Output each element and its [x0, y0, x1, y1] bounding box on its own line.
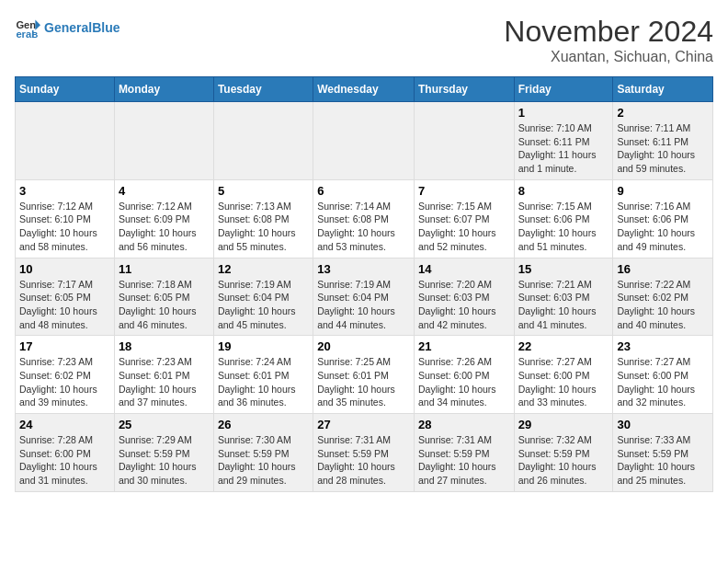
- day-info: Sunrise: 7:23 AM Sunset: 6:02 PM Dayligh…: [19, 355, 110, 409]
- weekday-header-saturday: Saturday: [613, 77, 713, 102]
- calendar-cell: 10Sunrise: 7:17 AM Sunset: 6:05 PM Dayli…: [16, 258, 115, 336]
- day-info: Sunrise: 7:30 AM Sunset: 5:59 PM Dayligh…: [218, 433, 309, 488]
- weekday-header-row: SundayMondayTuesdayWednesdayThursdayFrid…: [16, 77, 713, 102]
- calendar-cell: 29Sunrise: 7:32 AM Sunset: 5:59 PM Dayli…: [514, 414, 613, 492]
- calendar-cell: [313, 102, 415, 180]
- svg-text:B: B: [31, 29, 38, 40]
- day-number: 18: [119, 339, 210, 353]
- day-number: 23: [617, 339, 709, 353]
- calendar-cell: 2Sunrise: 7:11 AM Sunset: 6:11 PM Daylig…: [613, 102, 713, 180]
- day-info: Sunrise: 7:31 AM Sunset: 5:59 PM Dayligh…: [418, 433, 510, 488]
- calendar-cell: 14Sunrise: 7:20 AM Sunset: 6:03 PM Dayli…: [414, 258, 514, 336]
- calendar-cell: 21Sunrise: 7:26 AM Sunset: 6:00 PM Dayli…: [414, 336, 514, 414]
- logo-icon: Gen eral B: [15, 15, 40, 40]
- day-info: Sunrise: 7:23 AM Sunset: 6:01 PM Dayligh…: [119, 355, 210, 409]
- day-info: Sunrise: 7:19 AM Sunset: 6:04 PM Dayligh…: [218, 278, 309, 332]
- logo: Gen eral B GeneralBlue: [15, 15, 119, 40]
- calendar-cell: 12Sunrise: 7:19 AM Sunset: 6:04 PM Dayli…: [213, 258, 313, 336]
- calendar-cell: 23Sunrise: 7:27 AM Sunset: 6:00 PM Dayli…: [613, 336, 713, 414]
- calendar-cell: 27Sunrise: 7:31 AM Sunset: 5:59 PM Dayli…: [313, 414, 415, 492]
- day-number: 2: [617, 106, 709, 120]
- calendar-cell: [213, 102, 313, 180]
- day-number: 14: [418, 262, 510, 276]
- calendar-cell: 6Sunrise: 7:14 AM Sunset: 6:08 PM Daylig…: [313, 179, 415, 258]
- location: Xuantan, Sichuan, China: [504, 49, 713, 65]
- day-number: 4: [119, 184, 210, 198]
- day-info: Sunrise: 7:27 AM Sunset: 6:00 PM Dayligh…: [617, 355, 709, 409]
- day-number: 22: [518, 339, 609, 353]
- day-info: Sunrise: 7:28 AM Sunset: 6:00 PM Dayligh…: [19, 433, 110, 488]
- weekday-header-wednesday: Wednesday: [313, 77, 415, 102]
- week-row-5: 24Sunrise: 7:28 AM Sunset: 6:00 PM Dayli…: [16, 414, 713, 492]
- day-info: Sunrise: 7:18 AM Sunset: 6:05 PM Dayligh…: [119, 278, 210, 332]
- day-number: 7: [418, 184, 510, 198]
- day-info: Sunrise: 7:29 AM Sunset: 5:59 PM Dayligh…: [119, 433, 210, 488]
- day-info: Sunrise: 7:32 AM Sunset: 5:59 PM Dayligh…: [518, 433, 609, 488]
- day-number: 5: [218, 184, 309, 198]
- day-number: 10: [19, 262, 110, 276]
- calendar-cell: 22Sunrise: 7:27 AM Sunset: 6:00 PM Dayli…: [514, 336, 613, 414]
- day-number: 24: [19, 418, 110, 431]
- calendar-cell: 18Sunrise: 7:23 AM Sunset: 6:01 PM Dayli…: [114, 336, 213, 414]
- calendar-cell: 17Sunrise: 7:23 AM Sunset: 6:02 PM Dayli…: [16, 336, 115, 414]
- weekday-header-tuesday: Tuesday: [213, 77, 313, 102]
- calendar-cell: 16Sunrise: 7:22 AM Sunset: 6:02 PM Dayli…: [613, 258, 713, 336]
- day-number: 27: [317, 418, 410, 431]
- day-info: Sunrise: 7:31 AM Sunset: 5:59 PM Dayligh…: [317, 433, 410, 488]
- calendar-cell: 5Sunrise: 7:13 AM Sunset: 6:08 PM Daylig…: [213, 179, 313, 258]
- calendar-cell: 3Sunrise: 7:12 AM Sunset: 6:10 PM Daylig…: [16, 179, 115, 258]
- svg-marker-2: [35, 20, 40, 30]
- week-row-3: 10Sunrise: 7:17 AM Sunset: 6:05 PM Dayli…: [16, 258, 713, 336]
- day-info: Sunrise: 7:33 AM Sunset: 5:59 PM Dayligh…: [617, 433, 709, 488]
- day-number: 17: [19, 339, 110, 353]
- calendar-cell: 15Sunrise: 7:21 AM Sunset: 6:03 PM Dayli…: [514, 258, 613, 336]
- day-info: Sunrise: 7:27 AM Sunset: 6:00 PM Dayligh…: [518, 355, 609, 409]
- logo-text-line1: GeneralBlue: [44, 20, 119, 36]
- day-number: 9: [617, 184, 709, 198]
- day-number: 20: [317, 339, 410, 353]
- day-info: Sunrise: 7:20 AM Sunset: 6:03 PM Dayligh…: [418, 278, 510, 332]
- page-header: Gen eral B GeneralBlue November 2024 Xua…: [15, 15, 713, 65]
- day-info: Sunrise: 7:12 AM Sunset: 6:09 PM Dayligh…: [119, 200, 210, 254]
- calendar-cell: 26Sunrise: 7:30 AM Sunset: 5:59 PM Dayli…: [213, 414, 313, 492]
- week-row-2: 3Sunrise: 7:12 AM Sunset: 6:10 PM Daylig…: [16, 179, 713, 258]
- calendar-cell: 24Sunrise: 7:28 AM Sunset: 6:00 PM Dayli…: [16, 414, 115, 492]
- day-info: Sunrise: 7:19 AM Sunset: 6:04 PM Dayligh…: [317, 278, 410, 332]
- weekday-header-friday: Friday: [514, 77, 613, 102]
- title-section: November 2024 Xuantan, Sichuan, China: [504, 15, 713, 65]
- day-number: 15: [518, 262, 609, 276]
- weekday-header-thursday: Thursday: [414, 77, 514, 102]
- day-number: 21: [418, 339, 510, 353]
- calendar-cell: 4Sunrise: 7:12 AM Sunset: 6:09 PM Daylig…: [114, 179, 213, 258]
- day-number: 1: [518, 106, 609, 120]
- day-info: Sunrise: 7:15 AM Sunset: 6:07 PM Dayligh…: [418, 200, 510, 254]
- day-number: 16: [617, 262, 709, 276]
- day-info: Sunrise: 7:11 AM Sunset: 6:11 PM Dayligh…: [617, 121, 709, 176]
- month-title: November 2024: [504, 15, 713, 49]
- day-number: 19: [218, 339, 309, 353]
- calendar-table: SundayMondayTuesdayWednesdayThursdayFrid…: [15, 76, 713, 492]
- day-info: Sunrise: 7:12 AM Sunset: 6:10 PM Dayligh…: [19, 200, 110, 254]
- day-number: 3: [19, 184, 110, 198]
- day-info: Sunrise: 7:24 AM Sunset: 6:01 PM Dayligh…: [218, 355, 309, 409]
- calendar-cell: 13Sunrise: 7:19 AM Sunset: 6:04 PM Dayli…: [313, 258, 415, 336]
- day-number: 25: [119, 418, 210, 431]
- day-info: Sunrise: 7:16 AM Sunset: 6:06 PM Dayligh…: [617, 200, 709, 254]
- day-info: Sunrise: 7:13 AM Sunset: 6:08 PM Dayligh…: [218, 200, 309, 254]
- calendar-cell: 7Sunrise: 7:15 AM Sunset: 6:07 PM Daylig…: [414, 179, 514, 258]
- week-row-4: 17Sunrise: 7:23 AM Sunset: 6:02 PM Dayli…: [16, 336, 713, 414]
- day-info: Sunrise: 7:26 AM Sunset: 6:00 PM Dayligh…: [418, 355, 510, 409]
- day-number: 13: [317, 262, 410, 276]
- weekday-header-monday: Monday: [114, 77, 213, 102]
- calendar-cell: 19Sunrise: 7:24 AM Sunset: 6:01 PM Dayli…: [213, 336, 313, 414]
- day-info: Sunrise: 7:15 AM Sunset: 6:06 PM Dayligh…: [518, 200, 609, 254]
- day-number: 26: [218, 418, 309, 431]
- calendar-cell: 1Sunrise: 7:10 AM Sunset: 6:11 PM Daylig…: [514, 102, 613, 180]
- calendar-cell: 8Sunrise: 7:15 AM Sunset: 6:06 PM Daylig…: [514, 179, 613, 258]
- calendar-cell: 30Sunrise: 7:33 AM Sunset: 5:59 PM Dayli…: [613, 414, 713, 492]
- day-number: 12: [218, 262, 309, 276]
- day-info: Sunrise: 7:22 AM Sunset: 6:02 PM Dayligh…: [617, 278, 709, 332]
- weekday-header-sunday: Sunday: [16, 77, 115, 102]
- calendar-cell: 9Sunrise: 7:16 AM Sunset: 6:06 PM Daylig…: [613, 179, 713, 258]
- day-info: Sunrise: 7:25 AM Sunset: 6:01 PM Dayligh…: [317, 355, 410, 409]
